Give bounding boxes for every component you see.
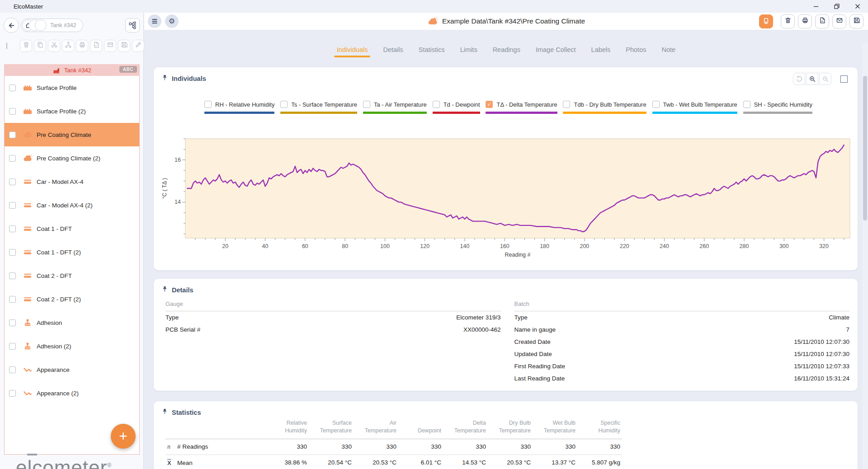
abc-sort-badge[interactable]: ABC — [119, 66, 137, 73]
pdf-icon — [819, 17, 826, 26]
vertical-scrollbar-thumb[interactable] — [863, 76, 867, 220]
legend-checkbox[interactable]: ✓ — [486, 101, 493, 108]
item-checkbox[interactable] — [9, 272, 16, 279]
save-button[interactable] — [118, 40, 130, 52]
trash-button[interactable] — [20, 40, 32, 52]
tab-photos[interactable]: Photos — [626, 46, 646, 57]
gauge-connect-button[interactable] — [759, 14, 773, 28]
item-checkbox[interactable] — [9, 249, 16, 256]
item-checkbox[interactable] — [9, 108, 16, 115]
tree-item-appearance-2[interactable]: Appearance (2) — [5, 381, 139, 405]
item-checkbox[interactable] — [9, 84, 16, 91]
item-label: Coat 1 - DFT (2) — [37, 249, 81, 256]
email-button[interactable] — [832, 14, 846, 28]
pdf-button[interactable] — [90, 40, 102, 52]
legend-color-bar — [433, 112, 480, 114]
stats-value: 330 — [488, 439, 533, 455]
item-checkbox[interactable] — [9, 178, 16, 185]
branch-button[interactable] — [62, 40, 74, 52]
tree-item-appearance[interactable]: Appearance — [5, 358, 139, 381]
tree-item-coat-1-dft-2[interactable]: Coat 1 - DFT (2) — [5, 240, 139, 264]
tree-item-pre-coating-climate[interactable]: Pre Coating Climate — [5, 123, 139, 146]
legend-checkbox[interactable] — [563, 101, 570, 108]
legend-color-bar — [280, 112, 357, 114]
item-checkbox[interactable] — [9, 202, 16, 209]
breadcrumb-collapsed-level[interactable] — [35, 19, 47, 31]
tree-item-car-model-ax-4[interactable]: Car - Model AX-4 — [5, 170, 139, 193]
restore-button[interactable] — [826, 0, 847, 13]
item-checkbox[interactable] — [9, 319, 16, 326]
tree-item-car-model-ax-4-2[interactable]: Car - Model AX-4 (2) — [5, 193, 139, 217]
tree-item-coat-2-dft-2[interactable]: Coat 2 - DFT (2) — [5, 287, 139, 311]
copy-button[interactable] — [34, 40, 46, 52]
tree-view-button[interactable] — [125, 18, 140, 33]
line-chart[interactable]: 2040608010012014016018020022024026028030… — [159, 133, 854, 267]
tab-individuals[interactable]: Individuals — [337, 46, 368, 57]
tab-statistics[interactable]: Statistics — [419, 46, 445, 57]
item-checkbox[interactable] — [9, 390, 16, 397]
minimize-button[interactable] — [806, 0, 826, 13]
pin-icon[interactable] — [162, 75, 168, 83]
tab-note[interactable]: Note — [661, 46, 675, 57]
select-all-checkbox[interactable] — [6, 42, 7, 49]
breadcrumb-current: Tank #342 — [50, 22, 76, 28]
legend-checkbox[interactable] — [363, 101, 370, 108]
item-checkbox[interactable] — [9, 155, 16, 162]
email-button[interactable] — [104, 40, 116, 52]
vertical-scrollbar[interactable] — [862, 42, 868, 469]
legend-label: SH - Specific Humidity — [754, 101, 812, 108]
print-button[interactable] — [76, 40, 88, 52]
item-checkbox[interactable] — [9, 296, 16, 303]
reset-zoom-button[interactable] — [793, 73, 805, 85]
add-button[interactable]: + — [111, 424, 136, 449]
legend-color-bar — [652, 112, 737, 114]
stats-value: 20.54 °C — [309, 455, 354, 469]
tree-group-header[interactable]: Tank #342 ABC — [4, 64, 140, 76]
close-button[interactable] — [847, 0, 868, 13]
legend-checkbox[interactable] — [204, 101, 212, 108]
back-button[interactable] — [4, 18, 19, 33]
zoom-in-button[interactable] — [806, 73, 818, 85]
tab-readings[interactable]: Readings — [493, 46, 520, 57]
item-checkbox[interactable] — [9, 366, 16, 373]
export-pdf-button[interactable] — [815, 14, 829, 28]
stats-column-header: Wet BulbTemperature — [533, 419, 577, 439]
print-button[interactable] — [798, 14, 812, 28]
delete-button[interactable] — [781, 14, 795, 28]
settings-button[interactable]: ⚙ — [165, 14, 179, 28]
tree-item-surface-profile-2[interactable]: Surface Profile (2) — [5, 99, 139, 123]
tab-limits[interactable]: Limits — [460, 46, 477, 57]
statistics-panel: Statistics RelativeHumiditySurfaceTemper… — [154, 401, 858, 469]
floppy-save-icon — [121, 41, 128, 50]
zoom-out-button[interactable] — [819, 73, 831, 85]
pin-icon[interactable] — [162, 286, 168, 294]
legend-label: Twb - Wet Bulb Temperature — [663, 101, 737, 108]
tab-image-collect[interactable]: Image Collect — [536, 46, 576, 57]
save-button[interactable] — [849, 14, 863, 28]
cut-button[interactable] — [48, 40, 60, 52]
item-checkbox[interactable] — [9, 225, 16, 232]
detail-row: TypeElcometer 319/3 — [165, 311, 501, 324]
expand-checkbox[interactable] — [840, 75, 848, 83]
tree-item-coat-1-dft[interactable]: Coat 1 - DFT — [5, 217, 139, 240]
tree-item-adhesion-2[interactable]: Adhesion (2) — [5, 334, 139, 358]
tab-labels[interactable]: Labels — [591, 46, 611, 57]
tab-details[interactable]: Details — [383, 46, 403, 57]
tree-item-coat-2-dft[interactable]: Coat 2 - DFT — [5, 264, 139, 287]
tree-item-adhesion[interactable]: Adhesion — [5, 311, 139, 334]
tree-item-surface-profile[interactable]: Surface Profile — [5, 76, 139, 99]
legend-checkbox[interactable] — [280, 101, 288, 108]
pin-icon[interactable] — [162, 408, 168, 417]
item-checkbox[interactable] — [9, 131, 16, 138]
tree-item-pre-coating-climate-2[interactable]: Pre Coating Climate (2) — [5, 146, 139, 170]
item-checkbox[interactable] — [9, 343, 16, 350]
legend-color-bar — [204, 112, 274, 114]
detail-value: 15/11/2010 12:07:30 — [794, 351, 849, 357]
edit-button[interactable] — [132, 40, 144, 52]
breadcrumb[interactable]: Tank #342 — [21, 19, 83, 32]
legend-checkbox[interactable] — [433, 101, 440, 108]
legend-checkbox[interactable] — [743, 101, 750, 108]
legend-checkbox[interactable] — [652, 101, 660, 108]
menu-button[interactable] — [148, 14, 161, 28]
horizontal-scrollbar-thumb[interactable] — [27, 454, 37, 455]
